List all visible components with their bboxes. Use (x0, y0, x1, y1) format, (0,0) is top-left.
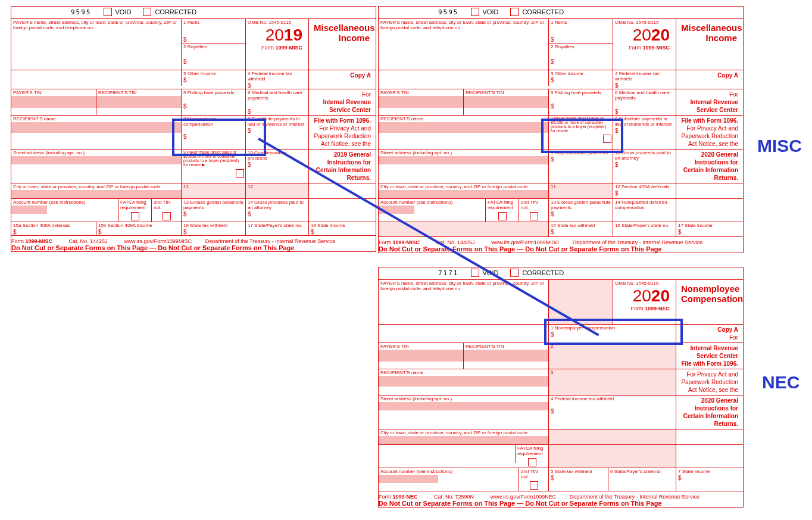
tin2nd-label: 2nd TIN not. (152, 199, 181, 211)
payer-tin-label: PAYER'S TIN (11, 89, 96, 96)
tax-year: 2020 (613, 26, 676, 45)
dollar-sign: $ (182, 36, 245, 43)
recipient-name-field[interactable] (11, 122, 181, 133)
box12-label: 12 (246, 183, 308, 190)
box1-label: 1 Rents (182, 19, 245, 26)
box6-label: 6 Medical and health care payments (613, 89, 676, 101)
box8-label: 8 Substitute payments in lieu of dividen… (246, 116, 308, 127)
box14-label: 14 Nonqualified deferred compensation (613, 199, 676, 211)
recipient-name-label: RECIPIENT'S name (11, 116, 181, 122)
box9-label: 9 Payer made direct sales of $5,000 or m… (182, 150, 245, 168)
fatca-label: FATCA filing requirement (118, 199, 151, 211)
tax-year: 2019 (246, 26, 308, 45)
box16-label: 16 State/Payer's state no. (613, 222, 676, 229)
void-checkbox[interactable] (104, 8, 112, 16)
dept: Department of the Treasury - Internal Re… (205, 238, 336, 244)
box12-label: 12 Section 409A deferrals (613, 183, 676, 190)
account-field[interactable] (11, 205, 47, 214)
box4-label: 4 Federal income tax withheld (549, 396, 676, 402)
box18-label: 18 State income (309, 222, 374, 229)
recipient-tin-field[interactable] (96, 96, 181, 108)
box7-checkbox[interactable] (603, 135, 611, 143)
form-1099-misc-2020: 9595 VOID CORRECTED PAYER'S name, street… (378, 6, 744, 253)
box6-label: 6 State/Payer's state no. (608, 468, 676, 475)
box5-label: 5 State tax withheld (549, 468, 608, 475)
box9-checkbox[interactable] (236, 169, 244, 178)
payer-name-label: PAYER'S name, street address, city or to… (11, 19, 181, 31)
box2-label: 2 Royalties (182, 43, 245, 50)
box9-label: 9 Crop insurance proceeds (549, 150, 613, 156)
header-row: 9595 VOID CORRECTED (11, 7, 376, 19)
header-row: 7171 VOID CORRECTED (379, 267, 743, 280)
box3-label: 3 (549, 369, 676, 376)
form-title-2: Income (338, 33, 370, 43)
box8-label: 8 Substitute payments in lieu of dividen… (613, 116, 676, 127)
box17-label: 17 State income (676, 222, 742, 229)
corrected-checkbox[interactable] (510, 269, 519, 277)
corrected-checkbox[interactable] (143, 8, 151, 16)
form-id: 7171 (438, 269, 459, 277)
form-code: Form 1099-MISC (246, 45, 308, 51)
form-1099-misc-2019: 9595 VOID CORRECTED PAYER'S name, street… (11, 6, 376, 252)
omb-label: OMB No. 1545-0115 (613, 19, 676, 26)
box4-label: 4 Federal income tax withheld (246, 70, 308, 82)
form-1099-nec-2020: 7171 VOID CORRECTED PAYER'S name, street… (378, 267, 744, 507)
box10-label: 10 Gross proceeds paid to an attorney (613, 150, 676, 161)
privacy-notice: For Privacy Act and Paperwork Reduction … (314, 125, 371, 147)
box11-label: 11 (182, 183, 245, 190)
box6-label: 6 Medical and health care payments (246, 89, 308, 101)
payer-tin-field[interactable] (11, 96, 96, 108)
form-footer: Form 1099-MISC Cat. No. 14425J www.irs.g… (11, 236, 376, 251)
file-1096: File with Form 1096. (314, 117, 371, 124)
box1-label: 1 Nonemployee compensation (549, 325, 676, 331)
no-cut-line: Do Not Cut or Separate Forms on This Pag… (11, 244, 295, 251)
street-label: Street address (including apt. no.) (11, 150, 181, 156)
box1-label: 1 Rents (549, 19, 613, 26)
box4-label: 4 Federal income tax withheld (613, 70, 676, 82)
box11-label: 11 (549, 183, 613, 190)
fatca-checkbox[interactable] (131, 212, 139, 220)
city-label: City or town, state or province, country… (11, 183, 181, 190)
url: www.irs.gov/Form1099MISC (124, 238, 192, 244)
box17-label: 17 State/Payer's state no. (246, 222, 308, 229)
header-row: 9595 VOID CORRECTED (379, 7, 743, 19)
account-label: Account number (see instructions) (11, 199, 118, 205)
box5-label: 5 Fishing boat proceeds (549, 89, 613, 96)
tin2nd-checkbox[interactable] (163, 212, 171, 220)
omb-label: OMB No. 1545-0115 (246, 19, 308, 26)
box3-label: 3 Other income (549, 70, 613, 77)
box7-label: 7 State income (676, 468, 742, 475)
box15-label: 15 State tax withheld (549, 222, 613, 229)
form-title-1: Miscellaneous (314, 23, 375, 33)
box7-label: 7 Nonemployee compensation (182, 116, 245, 127)
box3-label: 3 Other income (182, 70, 245, 77)
annotation-misc: MISC (757, 136, 802, 156)
box13-label: 13 Excess golden parachute payments (549, 199, 613, 211)
void-label: VOID (115, 8, 132, 15)
corrected-checkbox[interactable] (510, 8, 519, 16)
street-field[interactable] (11, 156, 181, 164)
omb-label: OMB No. 1545-0116 (613, 280, 676, 287)
form-id: 9595 (71, 8, 92, 16)
box10-label: 10 Crop insurance proceeds (246, 150, 308, 161)
box16-label: 16 State tax withheld (182, 222, 245, 229)
void-checkbox[interactable] (471, 8, 479, 16)
cat-no: Cat. No. 14425J (69, 238, 108, 244)
box5-label: 5 Fishing boat proceeds (182, 89, 245, 96)
form-footer: Form 1099-NEC Cat. No. 72590N www.irs.go… (379, 491, 743, 507)
box13-label: 13 Excess golden parachute payments (182, 199, 245, 211)
city-field[interactable] (11, 190, 181, 198)
form-id: 9595 (438, 8, 459, 16)
box15a-label: 15a Section 409A deferrals (11, 222, 96, 229)
payer-name-label: PAYER'S name, street address, city or to… (379, 19, 548, 31)
copy-a: Copy A (350, 72, 371, 79)
recipient-tin-label: RECIPIENT'S TIN (96, 89, 181, 96)
box2-label: 2 Royalties (549, 43, 613, 50)
annotation-nec: NEC (762, 372, 799, 393)
box7-label: 7 Payer made direct sales of $5,000 or m… (549, 116, 613, 133)
box15b-label: 15b Section 409A income (96, 222, 181, 229)
void-checkbox[interactable] (471, 269, 479, 277)
corrected-label: CORRECTED (155, 8, 196, 15)
tax-year: 2020 (613, 287, 676, 306)
box14-label: 14 Gross proceeds paid to an attorney (246, 199, 308, 211)
